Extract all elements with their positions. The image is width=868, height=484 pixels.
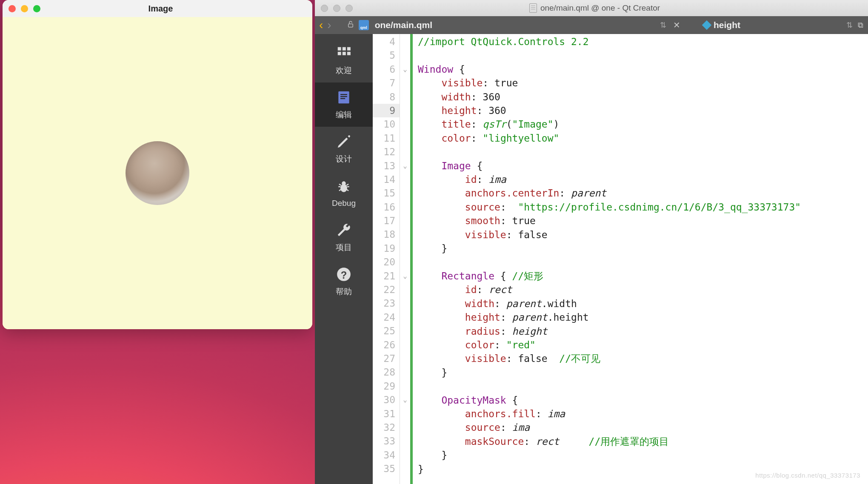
sidebar-item-label: 设计 — [336, 154, 352, 165]
svg-point-12 — [342, 181, 346, 185]
watermark: https://blog.csdn.net/qq_33373173 — [755, 472, 860, 479]
sidebar-item-edit[interactable]: 编辑 — [315, 83, 373, 127]
qt-title-text: one/main.qml @ one - Qt Creator — [540, 3, 660, 13]
lock-icon[interactable] — [347, 20, 354, 30]
updown-icon[interactable]: ⇅ — [660, 20, 666, 30]
svg-rect-4 — [338, 52, 341, 55]
qt-creator-window: one/main.qml @ one - Qt Creator ‹ › qml … — [315, 0, 868, 484]
qt-window-title: one/main.qml @ one - Qt Creator — [327, 3, 862, 13]
line-number-gutter[interactable]: 4567891011121314151617181920212223242526… — [373, 34, 400, 484]
app-title: Image — [15, 4, 306, 14]
qt-toolbar: ‹ › qml one/main.qml ⇅ ✕ height ⇅ ⧉ — [315, 16, 868, 34]
sidebar-item-label: 项目 — [336, 242, 352, 253]
pencil-icon — [335, 133, 352, 150]
mode-sidebar: 欢迎 编辑 设计 Debug — [315, 34, 373, 484]
help-icon: ? — [335, 266, 352, 283]
qt-titlebar[interactable]: one/main.qml @ one - Qt Creator — [315, 0, 868, 16]
split-icon[interactable]: ⧉ — [857, 21, 864, 30]
file-path[interactable]: one/main.qml — [375, 20, 432, 30]
sidebar-item-label: 编辑 — [336, 109, 352, 120]
sidebar-item-debug[interactable]: Debug — [315, 171, 373, 215]
svg-rect-2 — [343, 47, 346, 51]
svg-rect-0 — [348, 24, 353, 27]
sidebar-item-label: Debug — [332, 199, 356, 208]
nav-forward-icon[interactable]: › — [327, 18, 331, 32]
sidebar-item-welcome[interactable]: 欢迎 — [315, 38, 373, 83]
symbol-selector[interactable]: height — [700, 20, 744, 30]
sidebar-item-label: 帮助 — [336, 286, 352, 297]
grid-icon — [335, 45, 352, 62]
app-window: Image — [3, 0, 312, 329]
svg-rect-8 — [340, 94, 347, 95]
document-icon — [529, 3, 537, 13]
avatar — [126, 141, 189, 205]
code-editor[interactable]: 4567891011121314151617181920212223242526… — [373, 34, 868, 484]
diamond-icon — [702, 20, 712, 30]
svg-rect-6 — [347, 52, 351, 55]
app-content — [3, 17, 312, 329]
svg-rect-9 — [340, 96, 347, 97]
fold-column[interactable]: ⌄⌄⌄⌄ — [400, 34, 410, 484]
svg-rect-10 — [340, 98, 345, 99]
wrench-icon — [335, 222, 352, 239]
code-area[interactable]: //import QtQuick.Controls 2.2 Window { v… — [413, 34, 868, 484]
svg-rect-3 — [347, 47, 351, 51]
app-titlebar[interactable]: Image — [3, 0, 312, 17]
nav-back-icon[interactable]: ‹ — [319, 18, 323, 32]
svg-rect-5 — [343, 52, 346, 55]
bug-icon — [335, 178, 352, 195]
svg-rect-7 — [338, 91, 349, 104]
edit-icon — [335, 89, 352, 106]
qml-file-icon: qml — [359, 20, 369, 30]
close-document-icon[interactable]: ✕ — [671, 20, 683, 30]
sidebar-item-label: 欢迎 — [336, 65, 352, 76]
updown-icon[interactable]: ⇅ — [846, 20, 853, 30]
svg-text:?: ? — [341, 269, 347, 281]
svg-rect-1 — [338, 47, 341, 51]
sidebar-item-project[interactable]: 项目 — [315, 215, 373, 259]
sidebar-item-design[interactable]: 设计 — [315, 127, 373, 171]
symbol-name: height — [714, 20, 740, 30]
sidebar-item-help[interactable]: ? 帮助 — [315, 259, 373, 304]
